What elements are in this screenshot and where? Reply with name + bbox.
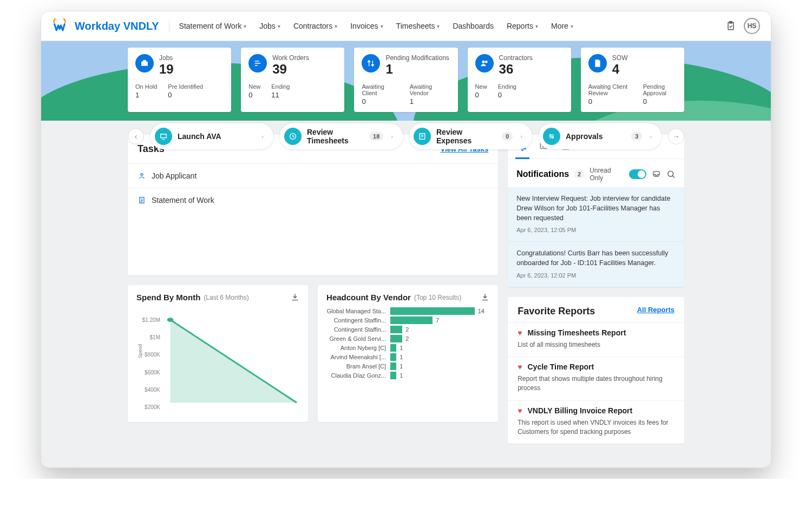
notifications-panel: Notifications 2 Unread Only New Intervie… <box>508 135 684 287</box>
header: Workday VNDLY Statement of Work▾Jobs▾Con… <box>41 11 771 41</box>
svg-point-3 <box>485 61 487 63</box>
report-item[interactable]: ♥Missing Timesheets ReportList of all mi… <box>508 322 684 357</box>
headcount-chart-title: Headcount By Vendor <box>326 293 411 302</box>
nav-dashboards[interactable]: Dashboards <box>453 22 494 30</box>
search-icon[interactable] <box>666 169 676 179</box>
bar-row: Anton Nyberg [C]1 <box>326 344 489 352</box>
pill-review-timesheets[interactable]: Review Timesheets18› <box>280 123 403 149</box>
bar-row: Arvind Meenakshi [...1 <box>326 353 489 361</box>
user-avatar[interactable]: HS <box>744 18 760 34</box>
svg-point-8 <box>141 173 143 175</box>
nav-invoices[interactable]: Invoices▾ <box>350 22 383 30</box>
unread-only-label: Unread Only <box>590 167 624 182</box>
svg-point-6 <box>549 134 551 136</box>
stat-card-pending-modifications[interactable]: Pending Modifications1Awaiting Client0Aw… <box>354 48 457 112</box>
report-item[interactable]: ♥VNDLY Billing Invoice ReportThis report… <box>508 400 684 444</box>
pills-scroll-left[interactable]: ‹ <box>128 128 144 144</box>
bar-row: Contingent Staffin...2 <box>326 326 489 333</box>
heart-icon: ♥ <box>518 406 522 415</box>
headcount-chart-subtitle: (Top 10 Results) <box>414 294 461 301</box>
hero-banner: Jobs19On Hold1Pre Identified0Work Orders… <box>41 41 771 122</box>
bar-row: Bram Ansel [C]1 <box>326 362 489 370</box>
brand-title[interactable]: Workday VNDLY <box>73 20 169 32</box>
bar-row: Green & Gold Servi...2 <box>326 335 489 342</box>
pill-launch-ava[interactable]: Launch AVA› <box>150 123 273 149</box>
nav-jobs[interactable]: Jobs▾ <box>259 22 280 30</box>
nav-statement-of-work[interactable]: Statement of Work▾ <box>179 22 247 30</box>
heart-icon: ♥ <box>518 362 522 371</box>
inbox-icon[interactable] <box>652 169 661 179</box>
bar-row: Global Managed Sta...14 <box>326 307 489 315</box>
headcount-chart-panel: Headcount By Vendor (Top 10 Results) Glo… <box>318 285 498 422</box>
notification-item[interactable]: New Interview Request: Job interview for… <box>508 187 684 242</box>
svg-point-7 <box>552 137 554 139</box>
nav-reports[interactable]: Reports▾ <box>507 22 538 30</box>
svg-point-11 <box>167 318 174 322</box>
reports-panel: Favorite Reports All Reports ♥Missing Ti… <box>508 297 684 444</box>
clipboard-icon[interactable] <box>725 21 736 31</box>
download-icon[interactable] <box>481 293 489 302</box>
stat-card-work-orders[interactable]: Work Orders39New0Ending11 <box>241 48 344 112</box>
spend-chart-subtitle: (Last 6 Months) <box>204 294 248 301</box>
reports-title: Favorite Reports <box>518 306 595 317</box>
download-icon[interactable] <box>291 293 299 302</box>
nav-contractors[interactable]: Contractors▾ <box>293 22 337 30</box>
nav-more[interactable]: More▾ <box>551 22 573 30</box>
stat-card-contractors[interactable]: Contractors36New0Ending0 <box>468 48 571 112</box>
bar-row: Contingent Staffin...7 <box>326 316 489 324</box>
notifications-count: 2 <box>574 170 584 178</box>
all-reports-link[interactable]: All Reports <box>637 306 675 317</box>
pill-review-expenses[interactable]: Review Expenses0› <box>409 123 532 149</box>
svg-point-14 <box>668 171 673 176</box>
pill-approvals[interactable]: Approvals3› <box>539 123 662 149</box>
spend-chart-panel: Spend By Month (Last 6 Months) Spend $1.… <box>128 285 308 422</box>
nav-timesheets[interactable]: Timesheets▾ <box>396 22 440 30</box>
notification-item[interactable]: Congratulations! Curtis Barr has been su… <box>508 242 684 287</box>
spend-chart-title: Spend By Month <box>136 293 200 302</box>
report-item[interactable]: ♥Cycle Time ReportReport that shows mult… <box>508 357 684 400</box>
tasks-panel: Tasks View All Tasks Job ApplicantStatem… <box>128 135 498 275</box>
pills-scroll-right[interactable]: → <box>668 128 684 144</box>
task-statement-of-work[interactable]: Statement of Work <box>128 188 498 212</box>
task-job-applicant[interactable]: Job Applicant <box>128 163 498 188</box>
svg-point-2 <box>482 61 484 63</box>
workday-logo-icon <box>52 18 67 34</box>
heart-icon: ♥ <box>518 328 522 337</box>
notifications-title: Notifications <box>516 169 569 179</box>
unread-toggle[interactable] <box>629 169 646 179</box>
stat-card-jobs[interactable]: Jobs19On Hold1Pre Identified0 <box>128 48 231 112</box>
bar-row: Claudia Díaz Gonz...1 <box>326 372 489 379</box>
stat-card-sow[interactable]: SOW4Awaiting Client Review0Pending Appro… <box>581 48 684 112</box>
